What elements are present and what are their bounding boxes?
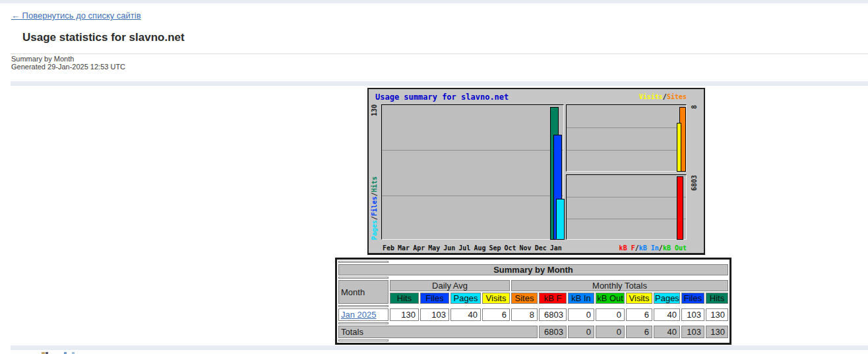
cell-pages-avg: 40 xyxy=(450,308,481,321)
cell-visits-avg: 6 xyxy=(482,308,510,321)
spacer-row xyxy=(338,339,728,341)
month-tick: Jun xyxy=(443,244,455,252)
month-tick: Feb xyxy=(383,244,394,252)
total-hits: 130 xyxy=(706,326,728,338)
cell-hits-tot: 130 xyxy=(706,308,728,321)
col-header-sites: Sites xyxy=(511,293,538,304)
month-tick: Jan xyxy=(550,244,562,252)
axis-slash: / xyxy=(371,216,378,220)
month-tick: Mar xyxy=(398,244,410,252)
table-row-jan-2025: Jan 2025 130 103 40 6 8 6803 0 0 6 40 10… xyxy=(338,308,728,321)
total-files: 103 xyxy=(681,326,704,338)
month-tick: Aug xyxy=(474,244,485,252)
total-visits: 6 xyxy=(626,326,652,338)
cell-kbin: 0 xyxy=(568,308,594,321)
daily-avg-header: Daily Avg xyxy=(390,280,510,291)
spacer-cell xyxy=(338,339,388,341)
month-tick: Sep xyxy=(489,244,501,252)
monthly-totals-header: Monthly Totals xyxy=(511,280,728,291)
cell-visits-tot: 6 xyxy=(626,308,652,321)
col-header-files-avg: Files xyxy=(420,293,449,304)
axis-pages-label: Pages xyxy=(371,220,378,240)
gridline xyxy=(567,197,686,197)
col-header-visits-tot: Visits xyxy=(626,293,652,304)
total-kbf: 6803 xyxy=(539,326,567,338)
caption-row: Summary by Month xyxy=(338,264,728,275)
spacer-cell xyxy=(338,322,388,324)
page-title: Usage statistics for slavno.net xyxy=(22,31,185,44)
left-axis-max-label: 130 xyxy=(371,104,379,116)
gridline xyxy=(567,127,686,128)
summary-by-month-label: Summary by Month xyxy=(11,55,74,63)
spacer-cell xyxy=(338,261,388,263)
axis-files-label: Files xyxy=(371,196,378,216)
col-header-kbout: kB Out xyxy=(596,293,625,304)
total-kbout: 0 xyxy=(596,326,625,338)
cell-files-tot: 103 xyxy=(681,308,704,321)
col-header-pages-avg: Pages xyxy=(450,293,481,304)
legend-sites-label: Sites xyxy=(667,93,687,100)
month-tick: Jul xyxy=(458,244,470,252)
month-cell: Jan 2025 xyxy=(338,308,388,321)
header-divider xyxy=(11,53,868,54)
cell-kbout: 0 xyxy=(596,308,625,321)
usage-summary-chart: Usage summary for slavno.net Visits/Site… xyxy=(367,88,705,255)
sites-axis-max-label: 8 xyxy=(691,105,698,109)
column-header-row: Hits Files Pages Visits Sites kB F kB In… xyxy=(338,293,728,304)
jan-2025-link[interactable]: Jan 2025 xyxy=(341,310,377,320)
spacer-cell xyxy=(338,305,388,307)
left-axis-series-label: Pages/Files/Hits xyxy=(371,176,379,240)
visits-sites-panel xyxy=(566,104,687,172)
col-header-kbf: kB F xyxy=(539,293,567,304)
col-header-hits-avg: Hits xyxy=(390,293,419,304)
legend-kbf-label: kB F xyxy=(619,244,635,252)
cell-pages-tot: 40 xyxy=(654,308,680,321)
month-column-header: Month xyxy=(338,280,388,304)
gridline xyxy=(382,150,563,151)
generated-timestamp: Generated 29-Jan-2025 12:53 UTC xyxy=(11,63,125,71)
spacer-cell xyxy=(338,277,388,279)
chart-title: Usage summary for slavno.net xyxy=(375,92,509,102)
axis-hits-label: Hits xyxy=(371,176,378,192)
cell-sites: 8 xyxy=(511,308,538,321)
kb-axis-max-label: 6803 xyxy=(691,175,698,191)
col-header-hits-tot: Hits xyxy=(706,293,728,304)
month-tick: Nov xyxy=(520,244,532,252)
legend-visits-label: Visits xyxy=(639,93,663,100)
month-tick: Apr xyxy=(413,244,425,252)
month-tick: Oct xyxy=(505,244,516,252)
spacer-row xyxy=(338,277,728,279)
total-kbin: 0 xyxy=(568,326,594,338)
spacer-row xyxy=(338,322,728,324)
top-page-band xyxy=(0,0,868,3)
month-tick: Dec xyxy=(535,244,547,252)
section-band-bottom xyxy=(11,345,868,350)
back-to-site-list-link[interactable]: ← Повернутись до списку сайтів xyxy=(11,11,141,20)
col-header-kbin: kB In xyxy=(568,293,594,304)
section-band-top xyxy=(11,81,868,86)
gridline xyxy=(567,150,686,151)
month-tick: May xyxy=(428,244,440,252)
month-axis-labels: FebMarAprMayJunJulAugSepOctNovDecJan xyxy=(383,244,565,252)
axis-slash: / xyxy=(371,192,378,196)
hits-files-pages-panel xyxy=(381,104,564,240)
totals-row: Totals 6803 0 0 6 40 103 130 xyxy=(338,326,728,338)
totals-label: Totals xyxy=(338,326,538,338)
col-header-files-tot: Files xyxy=(681,293,704,304)
legend-kbout-label: kB Out xyxy=(663,244,687,252)
visits-sites-legend: Visits/Sites xyxy=(639,93,687,100)
table-caption: Summary by Month xyxy=(338,264,728,275)
kb-legend: kB F/kB In/kB Out xyxy=(619,244,687,252)
webalizer-usage-page: { "page": { "back_link": "← Повернутись … xyxy=(0,0,868,354)
spacer-row xyxy=(338,261,728,263)
summary-by-month-table: Summary by Month Month Daily Avg Monthly… xyxy=(335,258,731,345)
bar-visits xyxy=(677,123,681,172)
cell-hits-avg: 130 xyxy=(390,308,419,321)
gridline xyxy=(567,219,686,219)
bar-pages xyxy=(556,199,565,240)
legend-kbin-label: kB In xyxy=(639,244,659,252)
spacer-row xyxy=(338,305,728,307)
gridline xyxy=(382,195,563,196)
bar-kbf xyxy=(677,176,683,240)
cell-kbf: 6803 xyxy=(539,308,567,321)
